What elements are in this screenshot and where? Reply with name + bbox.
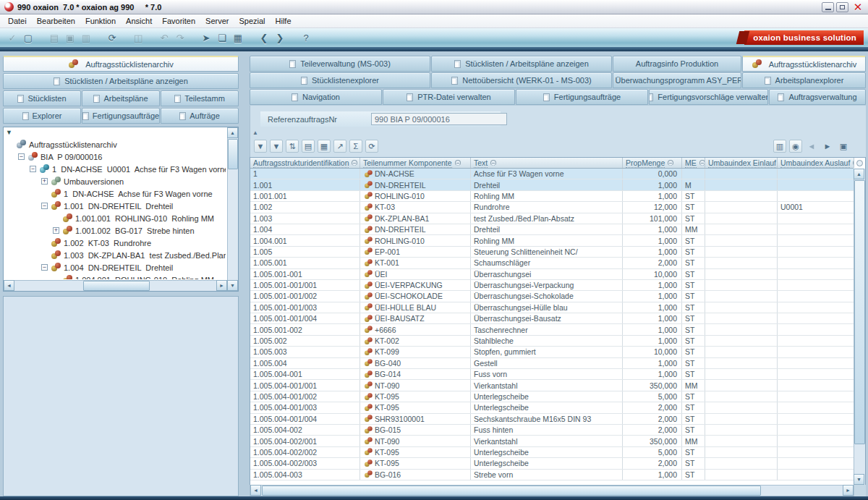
tab-stücklisten[interactable]: Stücklisten bbox=[3, 90, 81, 106]
sum-icon[interactable]: Σ bbox=[349, 140, 362, 153]
table-row[interactable]: 1.003DK-ZPLAN-BA1test Zusbed./Bed.Plan-A… bbox=[250, 213, 854, 224]
table-row[interactable]: 1.005.001-001ÜEIÜberraschungsei10,000ST bbox=[250, 269, 854, 280]
minus-expander-icon[interactable]: − bbox=[41, 203, 48, 209]
scroll-thumb[interactable] bbox=[83, 281, 150, 291]
table-row[interactable]: 1.005.001-001/002ÜEI-SCHOKOLADEÜberrasch… bbox=[250, 291, 854, 302]
table-row[interactable]: 1.005.004-001/002KT-095Unterlegscheibe5,… bbox=[250, 391, 854, 402]
new-document-icon[interactable]: ▢ bbox=[20, 30, 36, 45]
eye-icon[interactable]: ◉ bbox=[789, 140, 802, 153]
minus-expander-icon[interactable]: − bbox=[30, 166, 36, 172]
column-config-icon[interactable] bbox=[856, 160, 863, 166]
table-row[interactable]: 1.005.004-002/003KT-095Unterlegscheibe2,… bbox=[250, 458, 854, 469]
scroll-thumb[interactable] bbox=[262, 486, 761, 496]
table-row[interactable]: 1.002KT-03Rundrohre12,000STU0001 bbox=[250, 202, 854, 213]
export-icon[interactable]: ↗ bbox=[333, 140, 346, 153]
tree-item[interactable]: +1.001.002 BG-017 Strebe hinten bbox=[5, 224, 226, 237]
menu-item-bearbeiten[interactable]: Bearbeiten bbox=[32, 15, 80, 27]
tree-horizontal-scrollbar[interactable]: ◄ ► bbox=[4, 280, 227, 291]
table-row[interactable]: 1.005.004-001/003KT-095Unterlegscheibe2,… bbox=[250, 402, 854, 413]
window-copy-icon[interactable]: ▣ bbox=[837, 140, 850, 153]
tab-aufträge[interactable]: Aufträge bbox=[161, 108, 239, 124]
scroll-up-icon[interactable]: ▲ bbox=[227, 127, 238, 138]
reference-input[interactable] bbox=[371, 113, 507, 125]
table-row[interactable]: 1.004.001ROHLING-010Rohling MM1,000ST bbox=[250, 235, 854, 246]
menu-item-hilfe[interactable]: Hilfe bbox=[271, 15, 297, 27]
tab-auftragsinfo-produktion[interactable]: Auftragsinfo Produktion bbox=[613, 56, 741, 72]
filter-edit-icon[interactable]: ▼ bbox=[270, 140, 283, 153]
close-button[interactable]: ✕ bbox=[851, 2, 865, 12]
column-header-umbauindex-auslauf[interactable]: Umbauindex Auslauf bbox=[778, 158, 854, 168]
scroll-thumb[interactable] bbox=[228, 139, 238, 169]
minus-expander-icon[interactable]: − bbox=[41, 264, 48, 271]
collapse-arrow-icon[interactable]: ▲ bbox=[252, 130, 258, 136]
column-header-me[interactable]: ME bbox=[682, 158, 705, 168]
paste-document-icon[interactable]: ▥ bbox=[78, 30, 94, 45]
sort-icon[interactable] bbox=[699, 160, 705, 166]
column-header-propmenge[interactable]: PropMenge bbox=[623, 158, 682, 168]
table-row[interactable]: 1.005.001-001/003ÜEI-HÜLLE BLAUÜberrasch… bbox=[250, 302, 854, 313]
menu-item-ansicht[interactable]: Ansicht bbox=[121, 15, 157, 27]
scroll-right-icon[interactable]: ► bbox=[843, 485, 854, 496]
table-row[interactable]: 1.005.004-001/001NT-090Vierkantstahl350,… bbox=[250, 380, 854, 391]
column-header-text[interactable]: Text bbox=[471, 158, 623, 168]
open-document-icon[interactable]: ▤ bbox=[46, 30, 62, 45]
copy-document-icon[interactable]: ▣ bbox=[62, 30, 78, 45]
undo-icon[interactable]: ↶ bbox=[156, 30, 172, 45]
table-row[interactable]: 1.005.004BG-040Gestell1,000ST bbox=[250, 358, 854, 369]
help-icon[interactable]: ? bbox=[298, 30, 314, 45]
refresh-icon[interactable]: ⟳ bbox=[104, 30, 120, 45]
package-icon[interactable]: ◫ bbox=[130, 30, 146, 45]
tab-arbeitspläne[interactable]: Arbeitspläne bbox=[82, 90, 160, 106]
table-row[interactable]: 1.004DN-DREHTEILDrehteil1,000MM bbox=[250, 224, 854, 235]
pointer-icon[interactable]: ➤ bbox=[198, 30, 214, 45]
table-horizontal-scrollbar[interactable]: ◄ ► bbox=[250, 485, 866, 496]
tab-teilestamm[interactable]: Teilestamm bbox=[161, 90, 239, 106]
menu-item-datei[interactable]: Datei bbox=[3, 15, 32, 27]
tab-auftragsverwaltung[interactable]: Auftragsverwaltung bbox=[769, 89, 866, 105]
menu-item-spezial[interactable]: Spezial bbox=[234, 15, 270, 27]
back-icon[interactable]: ❮ bbox=[256, 30, 272, 45]
tree-item[interactable]: 1 DN-ACHSE Achse für F3 Wagen vorne bbox=[5, 187, 226, 200]
minimize-button[interactable] bbox=[822, 2, 834, 12]
table-row[interactable]: 1.001DN-DREHTEILDrehteil1,000M bbox=[250, 179, 854, 190]
tab-fertigungsaufträge[interactable]: Fertigungsaufträge bbox=[82, 108, 160, 124]
table-row[interactable]: 1.005.001-001/001ÜEI-VERPACKUNGÜberrasch… bbox=[250, 280, 854, 291]
tab-stücklistenexplorer[interactable]: Stücklistenexplorer bbox=[250, 72, 430, 88]
scroll-down-icon[interactable]: ▼ bbox=[854, 474, 864, 485]
tree-item[interactable]: 1.004.001 ROHLING-010 Rohling MM bbox=[5, 274, 226, 279]
tree-vertical-scrollbar[interactable]: ▲ ▼ bbox=[227, 127, 238, 291]
filter-icon[interactable]: ▼ bbox=[254, 140, 267, 153]
refresh-icon[interactable]: ⟳ bbox=[365, 140, 378, 153]
redo-icon[interactable]: ↷ bbox=[172, 30, 188, 45]
tree-item[interactable]: −BIA P 09/000016 bbox=[5, 151, 226, 163]
tree-item[interactable]: −1 DN-ACHSE U0001 Achse für F3 Wagen vor… bbox=[5, 163, 226, 175]
plus-expander-icon[interactable]: + bbox=[53, 227, 59, 234]
tab-explorer[interactable]: Explorer bbox=[3, 108, 81, 124]
sort-icon[interactable]: ⇅ bbox=[286, 140, 299, 153]
column-header-teilenummer-komponente[interactable]: Teilenummer Komponente bbox=[360, 158, 471, 168]
tab-überwachungsprogramm-asy-perm[interactable]: Überwachungsprogramm ASY_PERM bbox=[613, 72, 741, 88]
sort-icon[interactable] bbox=[352, 160, 357, 166]
scroll-left-icon[interactable]: ◄ bbox=[4, 280, 14, 291]
scroll-right-icon[interactable]: ► bbox=[216, 280, 227, 291]
tab-fertigungsvorschläge-verwalten[interactable]: Fertigungsvorschläge verwalten bbox=[649, 89, 768, 105]
confirm-icon[interactable]: ✓ bbox=[4, 30, 20, 45]
table-row[interactable]: 1.005.001-001/004ÜEI-BAUSATZÜberraschung… bbox=[250, 313, 854, 324]
sort-icon[interactable] bbox=[853, 160, 854, 166]
table-row[interactable]: 1.005EP-001Steuerung Schlitteneinheit NC… bbox=[250, 247, 854, 258]
sort-icon[interactable] bbox=[668, 160, 673, 166]
menu-item-funktion[interactable]: Funktion bbox=[80, 15, 121, 27]
column-header-auftragsstrukturidentifikation[interactable]: Auftragsstrukturidentifikation bbox=[250, 158, 360, 168]
scroll-left-icon[interactable]: ◄ bbox=[250, 485, 261, 496]
tree-item[interactable]: −1.001 DN-DREHTEIL Drehteil bbox=[5, 200, 226, 212]
tree-item[interactable]: Auftragsstücklistenarchiv bbox=[5, 138, 226, 151]
scroll-up-icon[interactable]: ▲ bbox=[854, 169, 864, 179]
plus-expander-icon[interactable]: + bbox=[41, 178, 48, 185]
sort-icon[interactable] bbox=[490, 160, 496, 166]
print-icon[interactable]: ▤ bbox=[302, 140, 315, 153]
table-edit-icon[interactable]: ▦ bbox=[318, 140, 331, 153]
column-view-icon[interactable]: ▥ bbox=[773, 140, 786, 153]
tab-stücklisten-arbeitspläne-anzeigen[interactable]: Stücklisten / Arbeitspläne anzeigen bbox=[3, 73, 239, 89]
table-row[interactable]: 1.005.004-003BG-016Strebe vorn1,000ST bbox=[250, 470, 854, 480]
tab-arbeitsplanexplorer[interactable]: Arbeitsplanexplorer bbox=[742, 72, 866, 88]
